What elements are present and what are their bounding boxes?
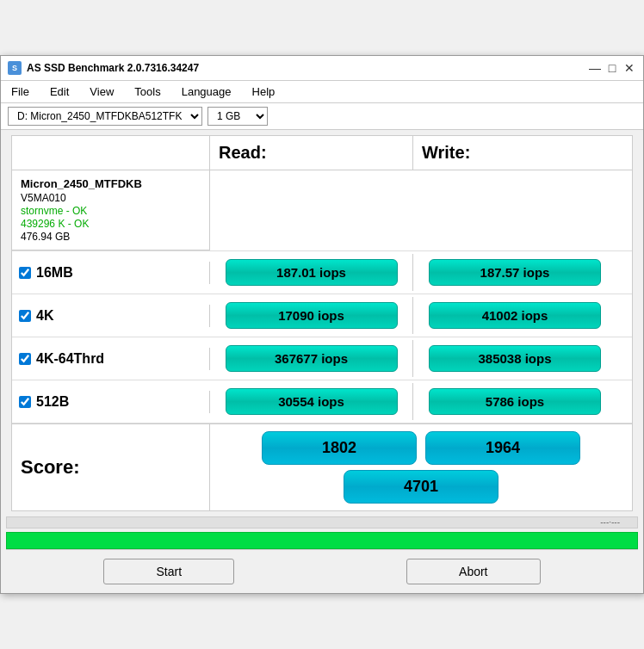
bench-name-4k64: 4K-64Thrd <box>36 351 104 367</box>
menu-language[interactable]: Language <box>178 83 235 100</box>
write-result-16mb: 187.57 iops <box>413 254 616 291</box>
bench-label-16mb: 16MB <box>12 262 210 284</box>
read-value-16mb: 187.01 iops <box>226 259 398 286</box>
score-results: 1802 1964 4701 <box>210 424 632 510</box>
maximize-button[interactable]: □ <box>605 61 619 75</box>
table-row: 512B 30554 iops 5786 iops <box>12 380 632 423</box>
write-result-4k64: 385038 iops <box>413 340 616 377</box>
checkbox-4k64[interactable] <box>19 353 31 365</box>
progress-track: ---·--- <box>6 516 638 528</box>
menu-edit[interactable]: Edit <box>46 83 72 100</box>
checkbox-512b[interactable] <box>19 396 31 408</box>
bench-name-4k: 4K <box>36 308 53 324</box>
table-inner: Read: Write: Micron_2450_MTFDKB V5MA010 … <box>12 136 632 510</box>
menu-file[interactable]: File <box>8 83 33 100</box>
score-label: Score: <box>12 424 210 510</box>
table-row: 4K 17090 iops 41002 iops <box>12 294 632 337</box>
write-value-512b: 5786 iops <box>429 388 601 415</box>
read-result-4k64: 367677 iops <box>210 340 413 377</box>
drive-info: Micron_2450_MTFDKB V5MA010 stornvme - OK… <box>12 170 210 250</box>
window-title: AS SSD Benchmark 2.0.7316.34247 <box>27 62 199 74</box>
toolbar: D: Micron_2450_MTFDKBA512TFK 1 GB <box>1 103 643 130</box>
bench-label-4k: 4K <box>12 305 210 327</box>
read-result-16mb: 187.01 iops <box>210 254 413 291</box>
table-row: 4K-64Thrd 367677 iops 385038 iops <box>12 337 632 380</box>
drive-info-row: Micron_2450_MTFDKB V5MA010 stornvme - OK… <box>12 170 632 251</box>
bottom-buttons: Start Abort <box>1 550 643 593</box>
menu-help[interactable]: Help <box>249 83 279 100</box>
menu-tools[interactable]: Tools <box>131 83 164 100</box>
start-button[interactable]: Start <box>103 559 234 584</box>
drive-driver: stornvme - OK <box>21 205 201 217</box>
drive-version: V5MA010 <box>21 192 201 204</box>
table-row: 16MB 187.01 iops 187.57 iops <box>12 251 632 294</box>
score-row-top: 1802 1964 <box>262 431 580 465</box>
drive-select[interactable]: D: Micron_2450_MTFDKBA512TFK <box>8 107 202 126</box>
write-value-16mb: 187.57 iops <box>429 259 601 286</box>
drive-size: 439296 K - OK <box>21 218 201 230</box>
score-section: Score: 1802 1964 4701 <box>12 423 632 510</box>
score-write: 1964 <box>425 431 580 465</box>
bench-label-512b: 512B <box>12 391 210 413</box>
header-left-empty <box>12 136 210 170</box>
read-value-512b: 30554 iops <box>226 388 398 415</box>
write-value-4k64: 385038 iops <box>429 345 601 372</box>
progress-area: ---·--- <box>6 516 638 549</box>
bench-name-512b: 512B <box>36 394 69 410</box>
drive-name: Micron_2450_MTFDKB <box>21 177 201 190</box>
read-header: Read: <box>210 136 413 170</box>
header-row: Read: Write: <box>12 136 632 170</box>
drive-capacity: 476.94 GB <box>21 231 201 243</box>
score-read: 1802 <box>262 431 417 465</box>
menu-bar: File Edit View Tools Language Help <box>1 81 643 103</box>
read-value-4k64: 367677 iops <box>226 345 398 372</box>
checkbox-16mb[interactable] <box>19 267 31 279</box>
abort-button[interactable]: Abort <box>406 559 540 584</box>
read-result-512b: 30554 iops <box>210 383 413 420</box>
write-result-512b: 5786 iops <box>413 383 616 420</box>
checkbox-4k[interactable] <box>19 310 31 322</box>
write-result-4k: 41002 iops <box>413 297 616 334</box>
menu-view[interactable]: View <box>86 83 117 100</box>
write-header: Write: <box>413 136 616 170</box>
minimize-button[interactable]: — <box>588 61 602 75</box>
size-select[interactable]: 1 GB <box>207 107 268 126</box>
drive-info-right <box>210 170 632 250</box>
score-total: 4701 <box>344 470 498 504</box>
green-bar <box>6 532 638 549</box>
bench-name-16mb: 16MB <box>36 265 73 281</box>
read-result-4k: 17090 iops <box>210 297 413 334</box>
bench-label-4k64: 4K-64Thrd <box>12 348 210 370</box>
content-area: Read: Write: Micron_2450_MTFDKB V5MA010 … <box>6 135 638 511</box>
title-bar: S AS SSD Benchmark 2.0.7316.34247 — □ ✕ <box>1 56 643 81</box>
app-icon: S <box>8 61 22 75</box>
title-bar-controls: — □ ✕ <box>588 61 636 75</box>
close-button[interactable]: ✕ <box>622 61 636 75</box>
title-bar-left: S AS SSD Benchmark 2.0.7316.34247 <box>8 61 199 75</box>
write-value-4k: 41002 iops <box>429 302 601 329</box>
read-value-4k: 17090 iops <box>226 302 398 329</box>
progress-ticker: ---·--- <box>600 517 620 527</box>
benchmark-table: Read: Write: Micron_2450_MTFDKB V5MA010 … <box>11 135 633 511</box>
main-window: S AS SSD Benchmark 2.0.7316.34247 — □ ✕ … <box>0 55 644 594</box>
